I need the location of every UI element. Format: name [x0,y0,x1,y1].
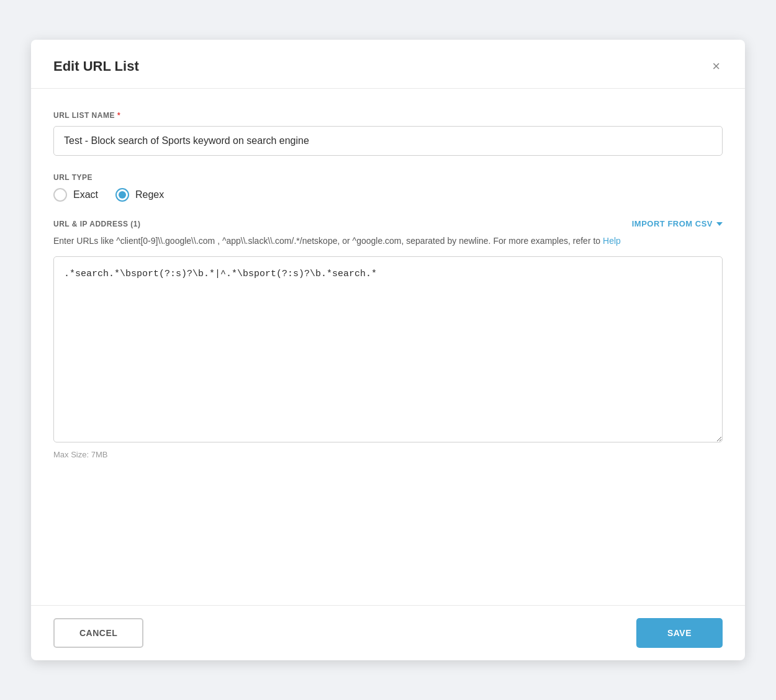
help-link[interactable]: Help [603,236,621,246]
close-button[interactable]: × [710,57,723,76]
save-button[interactable]: SAVE [636,618,723,648]
chevron-down-icon [716,222,723,226]
url-type-section: URL TYPE Exact Regex [53,173,723,202]
url-list-name-input[interactable] [53,126,723,156]
radio-label-regex: Regex [135,189,164,200]
url-type-radio-group: Exact Regex [53,188,723,202]
modal-footer: CANCEL SAVE [31,605,745,660]
radio-option-exact[interactable]: Exact [53,188,98,202]
radio-label-exact: Exact [73,189,98,200]
modal-body: URL LIST NAME * URL TYPE Exact Regex [31,89,745,605]
radio-option-regex[interactable]: Regex [115,188,164,202]
required-star: * [117,111,120,120]
url-list-name-section: URL LIST NAME * [53,111,723,156]
url-help-text: Enter URLs like ^client[0-9]\\.google\\.… [53,235,723,248]
edit-url-list-modal: Edit URL List × URL LIST NAME * URL TYPE… [31,40,745,660]
max-size-text: Max Size: 7MB [53,450,723,459]
radio-circle-regex[interactable] [115,188,129,202]
import-from-csv-button[interactable]: IMPORT FROM CSV [632,219,723,228]
modal-title: Edit URL List [53,58,139,74]
modal-header: Edit URL List × [31,40,745,89]
radio-circle-exact[interactable] [53,188,67,202]
cancel-button[interactable]: CANCEL [53,618,143,648]
url-address-label: URL & IP ADDRESS (1) [53,220,140,228]
url-address-section: URL & IP ADDRESS (1) IMPORT FROM CSV Ent… [53,219,723,459]
url-type-label: URL TYPE [53,173,723,182]
url-textarea[interactable]: .*search.*\bsport(?:s)?\b.*|^.*\bsport(?… [53,256,723,442]
url-address-header: URL & IP ADDRESS (1) IMPORT FROM CSV [53,219,723,228]
url-list-name-label: URL LIST NAME * [53,111,723,120]
